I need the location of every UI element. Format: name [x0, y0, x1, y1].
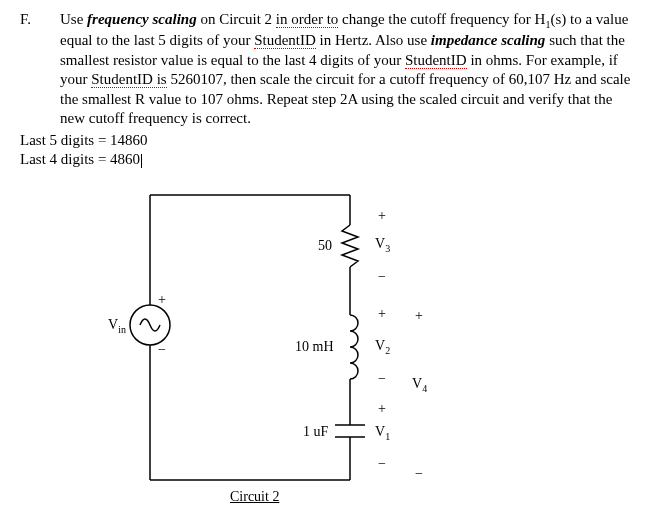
capacitor-label: 1 uF: [303, 423, 328, 441]
v2-plus: +: [378, 305, 386, 323]
v2-minus: −: [378, 370, 386, 388]
sub: 1: [385, 430, 390, 441]
problem-letter: F.: [20, 10, 60, 129]
t: Last 4 digits = 4860: [20, 151, 140, 167]
t: on Circuit 2: [197, 11, 276, 27]
text-cursor: [141, 154, 142, 168]
inductor-label: 10 mH: [295, 338, 334, 356]
studentid-is: StudentID is: [91, 71, 166, 88]
v1-plus: +: [378, 400, 386, 418]
v1-minus: −: [378, 455, 386, 473]
last4: Last 4 digits = 4860: [20, 150, 640, 170]
sub: 2: [385, 344, 390, 355]
resistor-label: 50: [318, 237, 332, 255]
v3-minus: −: [378, 268, 386, 286]
studentid: StudentID: [405, 52, 467, 69]
v3-plus: +: [378, 207, 386, 225]
notes: Last 5 digits = 14860 Last 4 digits = 48…: [20, 131, 640, 170]
sub: in: [118, 323, 126, 334]
v4-plus: +: [415, 307, 423, 325]
sub: 4: [422, 382, 427, 393]
sub: 3: [385, 242, 390, 253]
circuit-caption: Circuit 2: [230, 488, 279, 506]
last5: Last 5 digits = 14860: [20, 131, 640, 151]
t: in Hertz. Also use: [316, 32, 431, 48]
vin-plus: +: [158, 291, 166, 309]
t: in order to: [276, 11, 338, 28]
studentid: StudentID: [254, 32, 316, 49]
vin-label: Vin: [108, 316, 126, 336]
impedance-scaling: impedance scaling: [431, 32, 546, 48]
t: V: [375, 338, 385, 353]
v4-label: V4: [412, 375, 427, 395]
frequency-scaling: frequency scaling: [87, 11, 197, 27]
t: change the cutoff frequency for H: [338, 11, 545, 27]
v2-label: V2: [375, 337, 390, 357]
t: V: [108, 317, 118, 332]
v4-minus: −: [415, 465, 423, 483]
t: Use: [60, 11, 87, 27]
circuit-diagram: Vin + − 50 + V3 − 10 mH + V2 − + V4 − 1 …: [90, 185, 590, 515]
t: V: [412, 376, 422, 391]
problem-text: Use frequency scaling on Circuit 2 in or…: [60, 10, 640, 129]
v3-label: V3: [375, 235, 390, 255]
problem-row: F. Use frequency scaling on Circuit 2 in…: [20, 10, 640, 129]
t: V: [375, 236, 385, 251]
v1-label: V1: [375, 423, 390, 443]
t: V: [375, 424, 385, 439]
vin-minus: −: [158, 341, 166, 359]
